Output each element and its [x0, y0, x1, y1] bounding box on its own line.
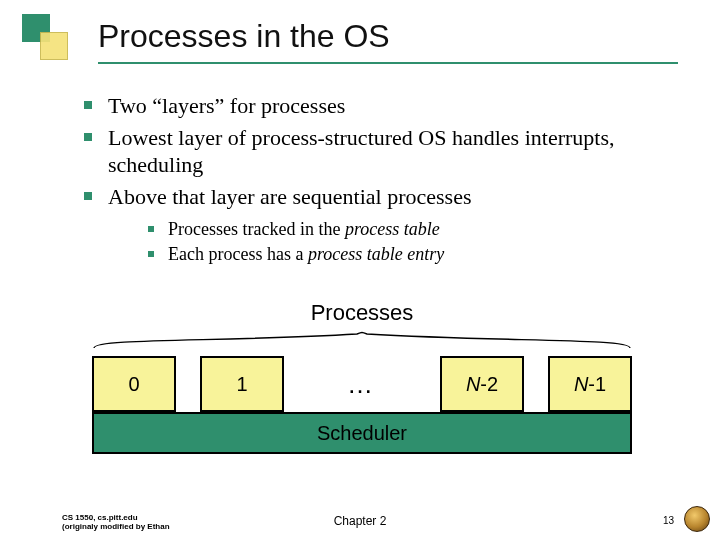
bullet-marker-icon [84, 101, 92, 109]
sub-bullet-1-italic: process table [345, 219, 440, 239]
process-box-1: 1 [200, 356, 284, 412]
scheduler-box: Scheduler [92, 412, 632, 454]
bullet-3: Above that layer are sequential processe… [84, 183, 674, 211]
accent-yellow-square [40, 32, 68, 60]
process-box-n-1: N-1 [548, 356, 632, 412]
sub-bullet-2-prefix: Each process has a [168, 244, 308, 264]
bullet-1: Two “layers” for processes [84, 92, 674, 120]
slide: Processes in the OS Two “layers” for pro… [0, 0, 720, 540]
diagram-label: Processes [92, 300, 632, 326]
gap [176, 356, 200, 412]
bullet-list: Two “layers” for processes Lowest layer … [84, 92, 674, 267]
page-number: 13 [663, 515, 674, 526]
bullet-1-text: Two “layers” for processes [108, 92, 345, 120]
sub-bullet-1-prefix: Processes tracked in the [168, 219, 345, 239]
brace-icon [92, 328, 632, 350]
n-italic: N [574, 373, 588, 396]
bullet-3-text: Above that layer are sequential processe… [108, 183, 471, 211]
sub-bullet-2-italic: process table entry [308, 244, 444, 264]
footer-center: Chapter 2 [0, 514, 720, 528]
bullet-marker-icon [84, 192, 92, 200]
title-accent [22, 14, 70, 62]
bullet-marker-icon [148, 226, 154, 232]
ellipsis-icon: … [284, 356, 440, 412]
sub-bullet-1: Processes tracked in the process table [148, 218, 674, 241]
process-box-n-2: N-2 [440, 356, 524, 412]
sub-bullet-list: Processes tracked in the process table E… [148, 218, 674, 265]
sub-bullet-2-text: Each process has a process table entry [168, 243, 444, 266]
slide-title: Processes in the OS [98, 18, 390, 55]
n-italic: N [466, 373, 480, 396]
bullet-marker-icon [148, 251, 154, 257]
sub-bullet-1-text: Processes tracked in the process table [168, 218, 440, 241]
process-box-0: 0 [92, 356, 176, 412]
bullet-2: Lowest layer of process-structured OS ha… [84, 124, 674, 179]
process-row: 0 1 … N-2 N-1 [92, 356, 632, 412]
title-underline [98, 62, 678, 64]
sub-bullet-2: Each process has a process table entry [148, 243, 674, 266]
gap [524, 356, 548, 412]
bullet-marker-icon [84, 133, 92, 141]
bullet-2-text: Lowest layer of process-structured OS ha… [108, 124, 674, 179]
n-suffix: -1 [588, 373, 606, 396]
process-diagram: Processes 0 1 … N-2 N-1 Scheduler [92, 300, 632, 454]
n-suffix: -2 [480, 373, 498, 396]
seal-icon [684, 506, 710, 532]
